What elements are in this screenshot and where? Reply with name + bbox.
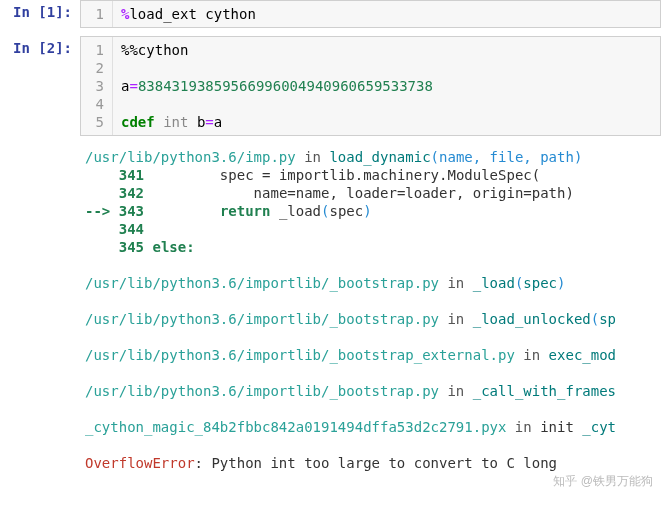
code-cell: In [2]:12345%%cython a=83843193859566996… bbox=[0, 36, 661, 136]
traceback-output: /usr/lib/python3.6/imp.py in load_dynami… bbox=[0, 144, 661, 472]
code-input-area[interactable]: 1%load_ext cython bbox=[80, 0, 661, 28]
code-input-area[interactable]: 12345%%cython a=838431938595669960049409… bbox=[80, 36, 661, 136]
watermark: 知乎 @铁男万能狗 bbox=[553, 473, 653, 490]
cell-prompt: In [2]: bbox=[0, 36, 80, 56]
code-content[interactable]: %%cython a=83843193859566996004940960659… bbox=[113, 37, 660, 135]
code-cell: In [1]:1%load_ext cython bbox=[0, 0, 661, 28]
code-content[interactable]: %load_ext cython bbox=[113, 1, 660, 27]
cell-prompt: In [1]: bbox=[0, 0, 80, 20]
line-number-gutter: 12345 bbox=[81, 37, 113, 135]
line-number-gutter: 1 bbox=[81, 1, 113, 27]
